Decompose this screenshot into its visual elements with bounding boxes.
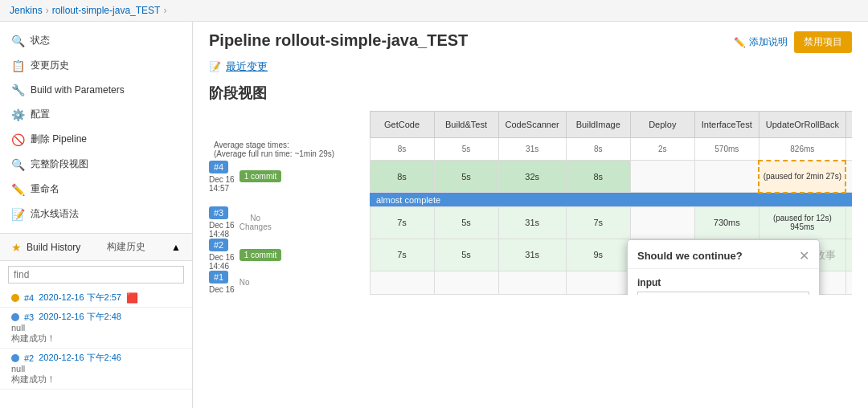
build-2-time: 14:46 [209, 262, 235, 271]
sidebar-item-build-params[interactable]: 🔧 Build with Parameters [0, 78, 192, 102]
sidebar-item-syntax[interactable]: 📝 流水线语法 [0, 202, 192, 226]
build-2-buildimage: 9s [566, 239, 630, 271]
avg-deploy: 2s [630, 138, 694, 161]
main-layout: 🔍 状态 📋 变更历史 🔧 Build with Parameters ⚙️ 配… [0, 22, 868, 408]
status-icon: 🔍 [11, 35, 24, 47]
add-desc-icon: ✏️ [734, 37, 746, 48]
build-4-badge-container: #4 Dec 16 14:57 [209, 161, 235, 193]
build-2-buildtest: 5s [434, 239, 498, 271]
dialog-input-label: input [637, 277, 809, 288]
build-dot-4 [11, 294, 19, 302]
build-4-codescanner: 32s [498, 161, 566, 193]
build-dot-3 [11, 313, 19, 321]
build-item-2: #2 2020-12-16 下午2:46 null 构建成功！ [0, 349, 192, 390]
build-3-badge[interactable]: #3 [209, 206, 228, 219]
sidebar-item-rename[interactable]: ✏️ 重命名 [0, 177, 192, 202]
syntax-icon: 📝 [11, 208, 24, 221]
build-1-date: Dec 16 [209, 285, 235, 294]
dialog-header: Should we continue? ✕ [628, 240, 819, 269]
add-desc-button[interactable]: ✏️ 添加说明 [734, 35, 788, 49]
main-content: Pipeline rollout-simple-java_TEST ✏️ 添加说… [193, 22, 868, 408]
build-2-status: 构建成功！ [11, 373, 55, 386]
build-item-3: #3 2020-12-16 下午2:48 null 构建成功！ [0, 308, 192, 349]
build-history-chinese-label: 构建历史 [107, 240, 145, 254]
build-4-interfacetest [694, 161, 759, 193]
recent-changes-link[interactable]: 最近变更 [226, 59, 268, 74]
build-item-3-row: #3 2020-12-16 下午2:48 [11, 311, 181, 323]
build-2-id-cell: #2 Dec 16 14:46 1 commit [209, 239, 370, 271]
build-1-buildimage [566, 271, 630, 294]
sidebar-item-stage-view[interactable]: 🔍 完整阶段视图 [0, 152, 192, 177]
build-3-null: null [11, 323, 25, 333]
stage-view-title: 阶段视图 [209, 84, 852, 103]
sidebar-item-delete[interactable]: 🚫 删除 Pipeline [0, 127, 192, 152]
build-2-taggitlab: 2s [845, 239, 852, 271]
build-4-date: Dec 16 [209, 175, 235, 184]
build-4-badge[interactable]: #4 [209, 161, 228, 173]
avg-updateorrollback: 826ms [759, 138, 845, 161]
build-row-3: #3 Dec 16 14:48 NoChanges 7s 5s 31s [209, 206, 852, 239]
build-history-collapse-icon: ▲ [171, 242, 181, 253]
build-3-id-link[interactable]: #3 [24, 312, 34, 322]
build-item-3-result: 构建成功！ [11, 333, 181, 345]
th-interfacetest: InterfaceTest [694, 112, 759, 138]
almost-complete-spacer [209, 193, 370, 207]
avg-buildtest: 5s [434, 138, 498, 161]
recent-changes-icon: 📝 [209, 61, 221, 72]
build-item-4-row: #4 2020-12-16 下午2:57 🟥 [11, 292, 181, 304]
build-3-time-link[interactable]: 2020-12-16 下午2:48 [39, 311, 121, 323]
avg-times-row: Average stage times: (Average full run t… [209, 138, 852, 161]
build-2-time-link[interactable]: 2020-12-16 下午2:46 [39, 352, 121, 364]
build-4-taggitlab [845, 161, 852, 193]
th-updateorrollback: UpdateOrRollBack [759, 112, 845, 138]
build-dot-2 [11, 354, 19, 362]
disable-project-button[interactable]: 禁用项目 [794, 31, 852, 53]
build-1-commit: No [240, 278, 250, 287]
sidebar-label-changes: 变更历史 [31, 59, 69, 72]
build-4-time-link[interactable]: 2020-12-16 下午2:57 [39, 292, 121, 304]
dialog-input-field[interactable] [637, 292, 809, 295]
sidebar-item-config[interactable]: ⚙️ 配置 [0, 102, 192, 127]
build-params-icon: 🔧 [11, 84, 24, 96]
dialog-close-button[interactable]: ✕ [799, 248, 809, 263]
almost-complete-bar: almost complete [370, 193, 852, 207]
build-3-time: 14:48 [209, 230, 235, 239]
th-deploy: Deploy [630, 112, 694, 138]
build-1-id-cell: #1 Dec 16 No [209, 271, 370, 294]
build-item-2-row: #2 2020-12-16 下午2:46 [11, 352, 181, 364]
breadcrumb: Jenkins › rollout-simple-java_TEST › [0, 0, 868, 22]
build-3-badge-container: #3 Dec 16 14:48 [209, 206, 235, 239]
build-2-badge[interactable]: #2 [209, 239, 228, 251]
dialog-body: input continue update? Yes, we should. A… [628, 269, 819, 295]
config-icon: ⚙️ [11, 108, 24, 121]
breadcrumb-job[interactable]: rollout-simple-java_TEST [52, 5, 161, 16]
build-2-id-link[interactable]: #2 [24, 353, 34, 363]
build-search-input[interactable] [8, 266, 184, 284]
build-history-header[interactable]: ★ Build History 构建历史 ▲ [0, 234, 192, 261]
avg-full-label: (Average full run time: ~1min 29s) [214, 149, 365, 158]
sidebar-item-changes[interactable]: 📋 变更历史 [0, 53, 192, 78]
build-4-id-link[interactable]: #4 [24, 293, 34, 303]
build-3-buildtest: 5s [434, 206, 498, 239]
recent-changes: 📝 最近变更 [209, 59, 852, 74]
build-3-taggitlab: 2s [845, 206, 852, 239]
build-3-deploy [630, 206, 694, 239]
build-1-badge[interactable]: #1 [209, 271, 228, 284]
avg-codescanner: 31s [498, 138, 566, 161]
build-1-taggitlab [845, 271, 852, 294]
build-4-getcode: 8s [370, 161, 434, 193]
breadcrumb-jenkins[interactable]: Jenkins [10, 5, 43, 16]
sidebar-label-config: 配置 [31, 108, 50, 121]
build-3-codescanner: 31s [498, 206, 566, 239]
sidebar-label-syntax: 流水线语法 [31, 207, 79, 221]
avg-buildimage: 8s [566, 138, 630, 161]
dialog: Should we continue? ✕ input continue upd… [627, 239, 820, 295]
stage-view-icon: 🔍 [11, 158, 24, 171]
build-3-commit: NoChanges [240, 214, 272, 231]
sidebar-item-status[interactable]: 🔍 状态 [0, 28, 192, 53]
build-1-buildtest [434, 271, 498, 294]
build-item-2-result: 构建成功！ [11, 373, 181, 386]
build-history-title: Build History [27, 242, 80, 253]
th-info [209, 112, 370, 138]
build-history-section: ★ Build History 构建历史 ▲ #4 2020-12-16 下午2… [0, 234, 192, 408]
